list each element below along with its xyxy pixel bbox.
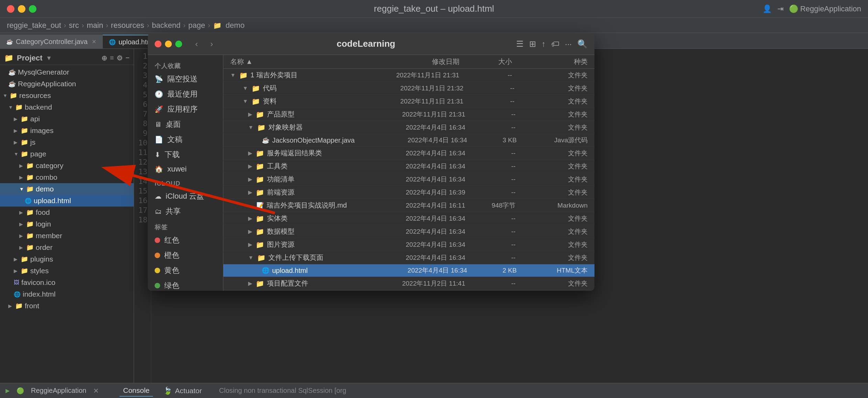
finder-row-jackson[interactable]: ☕ JacksonObjectMapper.java 2022年4月4日 16:… [223,134,594,147]
minimize-panel-icon[interactable]: − [125,54,130,62]
sidebar-item-index-html[interactable]: 🌐 index.html [0,288,134,300]
close-button[interactable] [7,5,14,13]
minimize-button[interactable] [18,5,25,13]
user-icon: 👤 [763,4,772,13]
sidebar-item-images[interactable]: ▶ 📁 images [0,125,134,136]
icloud-label: iCloud [148,179,223,189]
breadcrumb-main[interactable]: main [87,21,103,30]
sidebar-item-plugins[interactable]: ▶ 📁 plugins [0,253,134,265]
finder-row-images[interactable]: ▶ 📁 图片资源 2022年4月4日 16:34 -- 文件夹 [223,238,594,251]
breadcrumb-root[interactable]: reggie_take_out [7,21,61,30]
close-run-icon[interactable]: ✕ [93,387,99,395]
tab-close-icon[interactable]: ✕ [92,38,96,45]
shared-item[interactable]: 🗂 共享 [148,204,223,219]
tag-yellow[interactable]: 黄色 [148,263,223,278]
sidebar-dropdown-icon[interactable]: ▼ [46,55,52,62]
finder-more-icon[interactable]: ··· [565,39,572,49]
sidebar-item-styles[interactable]: ▶ 📁 styles [0,265,134,277]
finder-list-icon[interactable]: ☰ [516,39,524,49]
recents-item[interactable]: 🕐 最近使用 [148,87,223,102]
sidebar-item-label: index.html [23,290,56,298]
finder-row-resultclass[interactable]: ▶ 📁 服务端返回结果类 2022年4月4日 16:34 -- 文件夹 [223,147,594,160]
finder-grid-icon[interactable]: ⊞ [529,39,536,49]
finder-row-entity[interactable]: ▶ 📁 实体类 2022年4月4日 16:34 -- 文件夹 [223,212,594,225]
sidebar-item-login[interactable]: ▶ 📁 login [0,218,134,230]
finder-row-frontend[interactable]: ▶ 📁 前端资源 2022年4月4日 16:39 -- 文件夹 [223,186,594,199]
scope-icon[interactable]: ⊕ [101,54,107,62]
finder-row-dto[interactable]: ▶ 📁 dto 2022年4月4日 16:34 -- 文件夹 [223,290,594,291]
settings-icon[interactable]: ⚙ [116,54,123,62]
finder-row-upload-folder[interactable]: ▼ 📁 文件上传下载页面 2022年4月4日 16:34 -- 文件夹 [223,251,594,264]
line-num-4: 4 [134,80,147,90]
sidebar-item-member[interactable]: ▶ 📁 member [0,230,134,242]
home-item[interactable]: 🏠 xuwei [148,162,223,176]
row-size: -- [472,215,522,222]
finder-row-code[interactable]: ▼ 📁 代码 2022年11月1日 21:32 -- 文件夹 [223,82,594,95]
run-app-label[interactable]: ReggieApplication [31,387,86,395]
icloud-drive-item[interactable]: ☁ iCloud 云盘 [148,189,223,204]
breadcrumb-backend[interactable]: backend [152,21,180,30]
finder-row-readme[interactable]: 📝 瑞吉外卖项目实战说明.md 2022年4月4日 16:11 948字节 Ma… [223,199,594,212]
finder-maximize-button[interactable] [175,41,182,47]
row-name: ▶ 📁 产品原型 [248,110,378,119]
finder-row-funclist[interactable]: ▶ 📁 功能清单 2022年4月4日 16:34 -- 文件夹 [223,173,594,186]
sidebar-item-reggieapplication[interactable]: ☕ ReggieApplication [0,78,134,90]
finder-close-button[interactable] [155,41,162,47]
sidebar-item-food[interactable]: ▶ 📁 food [0,207,134,218]
finder-row-config[interactable]: ▶ 📁 项目配置文件 2022年11月2日 11:41 -- 文件夹 [223,277,594,290]
tab-actuator[interactable]: 🍃 Actuator [160,385,205,396]
docs-item[interactable]: 📄 文稿 [148,132,223,147]
finder-row-prototype[interactable]: ▶ 📁 产品原型 2022年11月1日 21:31 -- 文件夹 [223,108,594,121]
apps-item[interactable]: 🚀 应用程序 [148,102,223,117]
sidebar-item-js[interactable]: ▶ 📁 js [0,136,134,148]
tab-console[interactable]: Console [120,385,153,397]
finder-row-objectmapper[interactable]: ▼ 📁 对象映射器 2022年4月4日 16:34 -- 文件夹 [223,121,594,134]
finder-minimize-button[interactable] [165,41,172,47]
finder-row-datamodel[interactable]: ▶ 📁 数据模型 2022年4月4日 16:34 -- 文件夹 [223,225,594,238]
sidebar-item-backend[interactable]: ▼ 📁 backend [0,101,134,113]
run-config[interactable]: 🟢 ReggieApplication [789,4,861,13]
tag-red[interactable]: 红色 [148,233,223,248]
sidebar-item-combo[interactable]: ▶ 📁 combo [0,172,134,183]
sidebar-item-favicon[interactable]: 🖼 favicon.ico [0,277,134,288]
desktop-item[interactable]: 🖥 桌面 [148,117,223,132]
finder-back-button[interactable]: ‹ [192,38,201,50]
downloads-item[interactable]: ⬇ 下载 [148,147,223,162]
sidebar-item-upload-html[interactable]: 🌐 upload.html [0,195,134,207]
finder-forward-button[interactable]: › [208,38,216,50]
sidebar-item-category[interactable]: ▶ 📁 category [0,160,134,172]
breadcrumb-src[interactable]: src [69,21,79,30]
finder-row-upload-html[interactable]: 🌐 upload.html 2022年4月4日 16:34 2 KB HTML文… [223,264,594,277]
finder-share-icon[interactable]: ↑ [542,39,546,49]
finder-filelist[interactable]: 名称 ▲ 修改日期 大小 种类 ▼ 📁 1 瑞吉外卖项目 2022年11月1日 … [223,55,594,291]
airdrop-item[interactable]: 📡 隔空投送 [148,71,223,87]
sort-icon[interactable]: ≡ [110,54,114,62]
folder-icon: 📁 [256,110,264,119]
sidebar-item-front[interactable]: ▶ 📁 front [0,300,134,312]
finder-row-materials[interactable]: ▼ 📁 资料 2022年11月1日 21:31 -- 文件夹 [223,95,594,108]
folder-icon: 📁 [21,267,28,275]
sidebar-item-demo[interactable]: ▼ 📁 demo [0,183,134,195]
finder-search-icon[interactable]: 🔍 [577,39,588,49]
sidebar-item-page[interactable]: ▼ 📁 page [0,148,134,160]
breadcrumb-demo[interactable]: demo [226,21,245,30]
tag-green[interactable]: 绿色 [148,278,223,291]
tab-categorycontroller[interactable]: ☕ CategoryController.java ✕ [0,35,103,48]
tag-orange[interactable]: 橙色 [148,248,223,263]
bottom-bar: ▶ 🟢 ReggieApplication ✕ Console 🍃 Actuat… [0,383,868,398]
finder-row-utils[interactable]: ▶ 📁 工具类 2022年4月4日 16:34 -- 文件夹 [223,160,594,173]
sidebar-item-api[interactable]: ▶ 📁 api [0,113,134,125]
home-icon: 🏠 [155,165,163,173]
sidebar-item-order[interactable]: ▶ 📁 order [0,242,134,253]
title-bar-actions: 👤 ⇥ 🟢 ReggieApplication [763,4,861,13]
sidebar-item-mysqlgenerator[interactable]: ☕ MysqlGenerator [0,66,134,78]
breadcrumb-page[interactable]: page [188,21,205,30]
sidebar-item-resources[interactable]: ▼ 📁 resources [0,90,134,101]
finder-tag-icon[interactable]: 🏷 [551,39,559,49]
breadcrumb-resources[interactable]: resources [111,21,144,30]
row-date: 2022年4月4日 16:34 [378,227,472,236]
expand-arrow: ▶ [14,116,19,122]
finder-row-reggie[interactable]: ▼ 📁 1 瑞吉外卖项目 2022年11月1日 21:31 -- 文件夹 [223,69,594,82]
row-type: 文件夹 [522,227,588,236]
maximize-button[interactable] [29,5,36,13]
